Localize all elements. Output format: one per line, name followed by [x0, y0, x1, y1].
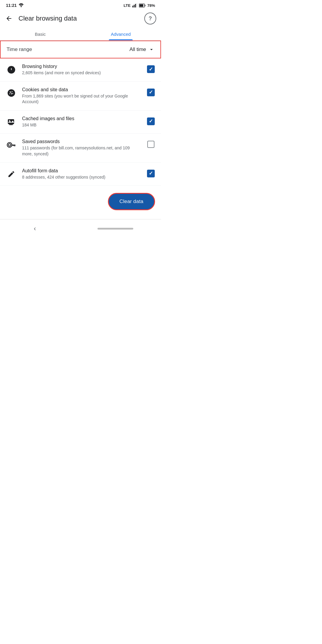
item-title: Browsing history — [22, 64, 141, 69]
item-title: Cookies and site data — [22, 87, 141, 92]
autofill-checkbox[interactable]: ✓ — [147, 169, 155, 178]
svg-point-13 — [13, 93, 13, 94]
time-display: 11:21 — [6, 3, 17, 8]
cookies-checkbox[interactable]: ✓ — [147, 88, 155, 97]
status-right: LTE 78% — [123, 3, 155, 8]
time-range-value: All time — [129, 47, 146, 52]
list-item[interactable]: Autofill form data 8 addresses, 424 othe… — [0, 163, 161, 186]
autofill-text: Autofill form data 8 addresses, 424 othe… — [22, 168, 141, 180]
tab-advanced[interactable]: Advanced — [80, 27, 161, 40]
list-item[interactable]: Cached images and files 184 MB ✓ — [0, 111, 161, 134]
cookies-text: Cookies and site data From 1,869 sites (… — [22, 87, 141, 105]
tab-basic[interactable]: Basic — [0, 27, 80, 40]
svg-rect-18 — [9, 124, 13, 124]
cached-text: Cached images and files 184 MB — [22, 116, 141, 128]
status-bar: 11:21 LTE 78% — [0, 0, 161, 10]
back-button[interactable] — [2, 12, 16, 25]
time-range-label: Time range — [7, 47, 32, 52]
svg-rect-0 — [132, 6, 133, 7]
nav-bar: ‹ — [0, 219, 161, 240]
passwords-text: Saved passwords 111 passwords (for bill.… — [22, 139, 141, 157]
chevron-down-icon — [148, 47, 154, 52]
battery-icon — [139, 4, 145, 7]
time-range-dropdown[interactable]: All time — [129, 47, 154, 52]
tab-active-indicator — [109, 39, 133, 40]
time-range-row[interactable]: Time range All time — [0, 41, 161, 58]
list-item[interactable]: Browsing history 2,605 items (and more o… — [0, 58, 161, 82]
help-button[interactable]: ? — [144, 13, 156, 24]
svg-rect-6 — [139, 4, 143, 7]
app-bar: Clear browsing data ? — [0, 10, 161, 27]
svg-rect-2 — [135, 4, 136, 7]
svg-point-14 — [11, 92, 12, 93]
svg-rect-23 — [14, 145, 15, 146]
checkmark-icon: ✓ — [149, 90, 153, 95]
cookies-icon — [6, 88, 17, 98]
checkmark-icon: ✓ — [149, 171, 153, 176]
page-title: Clear browsing data — [18, 15, 141, 22]
checkmark-icon: ✓ — [149, 67, 153, 72]
svg-rect-1 — [134, 5, 134, 7]
svg-point-8 — [8, 89, 15, 97]
item-subtitle: 111 passwords (for bill.com, ramseysolut… — [22, 145, 141, 157]
svg-point-11 — [10, 93, 10, 94]
svg-rect-5 — [145, 5, 145, 6]
svg-point-20 — [7, 143, 12, 147]
svg-point-9 — [10, 91, 11, 92]
nav-back-button[interactable]: ‹ — [28, 223, 42, 234]
svg-point-10 — [12, 91, 13, 92]
svg-rect-19 — [9, 124, 13, 125]
cached-checkbox[interactable]: ✓ — [147, 117, 155, 126]
vpn-icon — [18, 3, 24, 7]
svg-rect-3 — [136, 3, 137, 7]
battery-percent: 78% — [147, 3, 155, 8]
bottom-area: Clear data — [0, 186, 161, 216]
help-icon: ? — [149, 16, 152, 22]
items-list: Browsing history 2,605 items (and more o… — [0, 58, 161, 186]
autofill-icon — [6, 169, 17, 179]
item-title: Saved passwords — [22, 139, 141, 144]
list-item[interactable]: Cookies and site data From 1,869 sites (… — [0, 82, 161, 111]
password-icon — [6, 140, 17, 150]
tabs-container: Basic Advanced — [0, 27, 161, 41]
history-icon — [6, 64, 17, 75]
list-item[interactable]: Saved passwords 111 passwords (for bill.… — [0, 134, 161, 162]
item-subtitle: 184 MB — [22, 122, 141, 128]
svg-point-17 — [9, 120, 10, 121]
browsing-history-checkbox[interactable]: ✓ — [147, 65, 155, 73]
cache-icon — [6, 117, 17, 127]
svg-rect-24 — [13, 145, 14, 146]
svg-point-12 — [11, 93, 12, 94]
svg-point-21 — [8, 144, 11, 146]
signal-icon — [132, 3, 137, 7]
browsing-history-text: Browsing history 2,605 items (and more o… — [22, 64, 141, 76]
checkmark-icon: ✓ — [149, 119, 153, 124]
item-subtitle: 8 addresses, 424 other suggestions (sync… — [22, 174, 141, 180]
clear-data-button[interactable]: Clear data — [108, 193, 155, 210]
item-subtitle: From 1,869 sites (you won't be signed ou… — [22, 93, 141, 105]
item-title: Autofill form data — [22, 168, 141, 174]
lte-label: LTE — [123, 3, 131, 8]
nav-pill[interactable] — [97, 228, 133, 230]
item-subtitle: 2,605 items (and more on synced devices) — [22, 70, 141, 76]
item-title: Cached images and files — [22, 116, 141, 121]
passwords-checkbox[interactable] — [147, 140, 155, 148]
